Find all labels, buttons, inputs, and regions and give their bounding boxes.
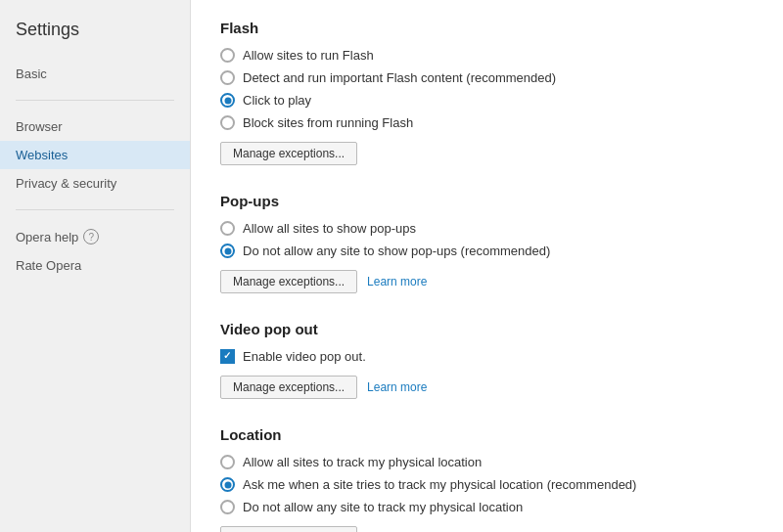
flash-title: Flash [220, 20, 754, 36]
sidebar-section-help: Opera help ? Rate Opera [0, 220, 190, 282]
video-popout-section: Video pop out Enable video pop out. Mana… [220, 321, 754, 399]
flash-radio-click[interactable] [220, 93, 235, 108]
location-button-row: Manage exceptions... Learn more [220, 526, 754, 532]
video-popout-option: Enable video pop out. [220, 349, 754, 364]
popups-radio-deny[interactable] [220, 244, 235, 258]
location-option-ask: Ask me when a site tries to track my phy… [220, 477, 754, 492]
sidebar-item-basic[interactable]: Basic [0, 60, 190, 88]
video-popout-learn-more-link[interactable]: Learn more [367, 380, 427, 394]
flash-option-allow: Allow sites to run Flash [220, 48, 754, 63]
location-label-allow: Allow all sites to track my physical loc… [243, 455, 482, 469]
video-popout-title: Video pop out [220, 321, 754, 337]
sidebar: Settings Basic Browser Websites Privacy … [0, 0, 191, 532]
flash-button-row: Manage exceptions... [220, 142, 754, 165]
video-popout-checkbox[interactable] [220, 349, 235, 364]
flash-label-detect: Detect and run important Flash content (… [243, 70, 556, 85]
popups-label-allow: Allow all sites to show pop-ups [243, 221, 416, 236]
location-option-allow: Allow all sites to track my physical loc… [220, 455, 754, 469]
location-label-ask: Ask me when a site tries to track my phy… [243, 477, 636, 492]
location-section: Location Allow all sites to track my phy… [220, 426, 754, 532]
sidebar-item-browser[interactable]: Browser [0, 112, 190, 141]
sidebar-section-browser: Browser Websites Privacy & security [0, 111, 190, 200]
flash-option-click: Click to play [220, 93, 754, 108]
video-popout-button-row: Manage exceptions... Learn more [220, 376, 754, 399]
help-icon: ? [83, 229, 99, 244]
sidebar-divider-2 [16, 209, 174, 210]
location-title: Location [220, 426, 754, 443]
location-radio-deny[interactable] [220, 500, 235, 514]
flash-option-detect: Detect and run important Flash content (… [220, 70, 754, 85]
popups-radio-allow[interactable] [220, 221, 235, 236]
popups-options: Allow all sites to show pop-ups Do not a… [220, 221, 754, 258]
location-radio-ask[interactable] [220, 477, 235, 492]
flash-label-allow: Allow sites to run Flash [243, 48, 374, 63]
popups-label-deny: Do not allow any site to show pop-ups (r… [243, 244, 550, 258]
sidebar-item-rate-opera[interactable]: Rate Opera [0, 251, 190, 280]
sidebar-item-privacy[interactable]: Privacy & security [0, 169, 190, 198]
flash-label-click: Click to play [243, 93, 311, 108]
sidebar-section-main: Basic [0, 58, 190, 90]
location-options: Allow all sites to track my physical loc… [220, 455, 754, 514]
flash-radio-block[interactable] [220, 115, 235, 130]
main-content: Flash Allow sites to run Flash Detect an… [191, 0, 783, 532]
popups-option-allow: Allow all sites to show pop-ups [220, 221, 754, 236]
video-popout-options: Enable video pop out. [220, 349, 754, 364]
video-popout-manage-exceptions-button[interactable]: Manage exceptions... [220, 376, 357, 399]
popups-learn-more-link[interactable]: Learn more [367, 275, 427, 288]
sidebar-item-opera-help[interactable]: Opera help ? [0, 222, 190, 251]
sidebar-item-websites[interactable]: Websites [0, 141, 190, 169]
popups-manage-exceptions-button[interactable]: Manage exceptions... [220, 270, 357, 293]
video-popout-label: Enable video pop out. [243, 349, 366, 364]
flash-manage-exceptions-button[interactable]: Manage exceptions... [220, 142, 357, 165]
popups-title: Pop-ups [220, 193, 754, 209]
flash-radio-detect[interactable] [220, 70, 235, 85]
location-label-deny: Do not allow any site to track my physic… [243, 500, 523, 514]
sidebar-divider-1 [16, 100, 174, 101]
popups-option-deny: Do not allow any site to show pop-ups (r… [220, 244, 754, 258]
location-option-deny: Do not allow any site to track my physic… [220, 500, 754, 514]
location-manage-exceptions-button[interactable]: Manage exceptions... [220, 526, 357, 532]
popups-button-row: Manage exceptions... Learn more [220, 270, 754, 293]
flash-section: Flash Allow sites to run Flash Detect an… [220, 20, 754, 165]
flash-option-block: Block sites from running Flash [220, 115, 754, 130]
flash-options: Allow sites to run Flash Detect and run … [220, 48, 754, 130]
location-radio-allow[interactable] [220, 455, 235, 469]
flash-label-block: Block sites from running Flash [243, 115, 413, 130]
sidebar-title: Settings [0, 20, 190, 58]
flash-radio-allow[interactable] [220, 48, 235, 63]
popups-section: Pop-ups Allow all sites to show pop-ups … [220, 193, 754, 293]
